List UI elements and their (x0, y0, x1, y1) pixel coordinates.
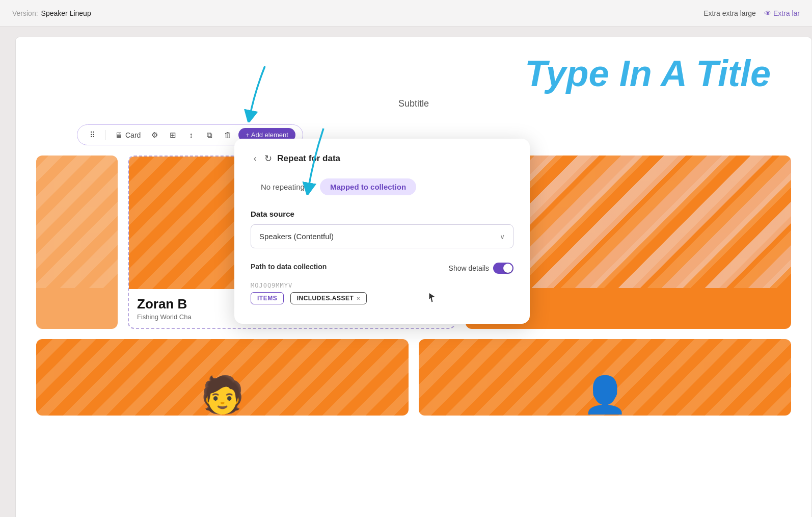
canvas: Type In A Title Subtitle ⠿ 🖥 Card ⚙ ⊞ ↕ … (0, 27, 812, 517)
data-source-label: Data source (251, 210, 513, 218)
delete-icon: 🗑 (223, 131, 232, 140)
data-source-dropdown[interactable]: Speakers (Contentful) ∨ (251, 224, 513, 248)
size-option: Extra extra large (703, 9, 756, 17)
toolbar-grid-item[interactable]: ⊞ (165, 128, 180, 142)
includes-asset-remove-btn[interactable]: × (357, 295, 360, 301)
mapped-to-collection-tab[interactable]: Mapped to collection (320, 178, 416, 195)
show-details-label: Show details (449, 264, 489, 272)
size-option-active-link[interactable]: 👁 Extra lar (764, 9, 800, 17)
popup-title: Repeat for data (277, 153, 340, 164)
monitor-icon: 🖥 (114, 131, 123, 140)
top-bar-right: Extra extra large 👁 Extra lar (703, 9, 800, 17)
toolbar-drag-handle[interactable]: ⠿ (85, 128, 100, 142)
no-repeating-tab[interactable]: No repeating (251, 178, 315, 195)
version-info: Version: Speaker Lineup (12, 9, 91, 17)
drag-icon: ⠿ (88, 131, 97, 140)
toolbar-layout-item[interactable]: ↕ (183, 128, 199, 142)
path-section: Path to data collection Show details (251, 263, 513, 274)
repeat-for-data-panel: ‹ ↻ Repeat for data No repeating Mapped … (234, 139, 530, 324)
repeat-icon: ↻ (264, 153, 272, 164)
toolbar-delete-item[interactable]: 🗑 (220, 128, 235, 142)
page-subtitle: Subtitle (36, 98, 791, 109)
toolbar-monitor-icon-item[interactable]: 🖥 Card (111, 128, 144, 142)
show-details-row: Show details (449, 263, 513, 274)
version-label: Version: (12, 9, 38, 17)
version-name: Speaker Lineup (41, 9, 91, 17)
bottom-person-2: 👤 (583, 374, 627, 416)
toolbar-settings-item[interactable]: ⚙ (147, 128, 162, 142)
path-id: MOJ0Q9MMYV (251, 282, 513, 289)
dropdown-chevron: ∨ (500, 232, 505, 241)
items-tag[interactable]: ITEMS (251, 292, 284, 304)
bottom-cards-row: 🧑 👤 (36, 339, 791, 416)
toggle-knob (503, 264, 512, 273)
show-details-toggle[interactable] (493, 263, 513, 274)
toolbar-divider-1 (105, 130, 105, 140)
bottom-card-1: 🧑 (36, 339, 409, 416)
page-title: Type In A Title (36, 53, 791, 94)
popup-back-button[interactable]: ‹ (251, 153, 259, 164)
bottom-card-2: 👤 (419, 339, 791, 416)
settings-icon: ⚙ (150, 131, 159, 140)
speaker-card-left-partial (36, 156, 118, 329)
eye-icon: 👁 (764, 9, 771, 17)
bottom-person-1: 🧑 (200, 374, 245, 416)
toolbar-copy-item[interactable]: ⧉ (202, 128, 217, 142)
grid-icon: ⊞ (168, 131, 177, 140)
layout-icon: ↕ (186, 131, 196, 140)
data-source-value: Speakers (Contentful) (259, 232, 334, 241)
path-label: Path to data collection (251, 263, 327, 271)
copy-icon: ⧉ (205, 131, 214, 140)
path-items: MOJ0Q9MMYV ITEMS INCLUDES.ASSET × (251, 282, 513, 307)
top-bar: Version: Speaker Lineup Extra extra larg… (0, 0, 812, 27)
card-body-partial (36, 288, 118, 302)
includes-asset-tag[interactable]: INCLUDES.ASSET × (290, 292, 367, 304)
card-image-partial (36, 156, 118, 288)
card-label: Card (125, 131, 141, 139)
popup-header: ‹ ↻ Repeat for data (251, 153, 513, 164)
popup-tabs: No repeating Mapped to collection (251, 178, 513, 195)
